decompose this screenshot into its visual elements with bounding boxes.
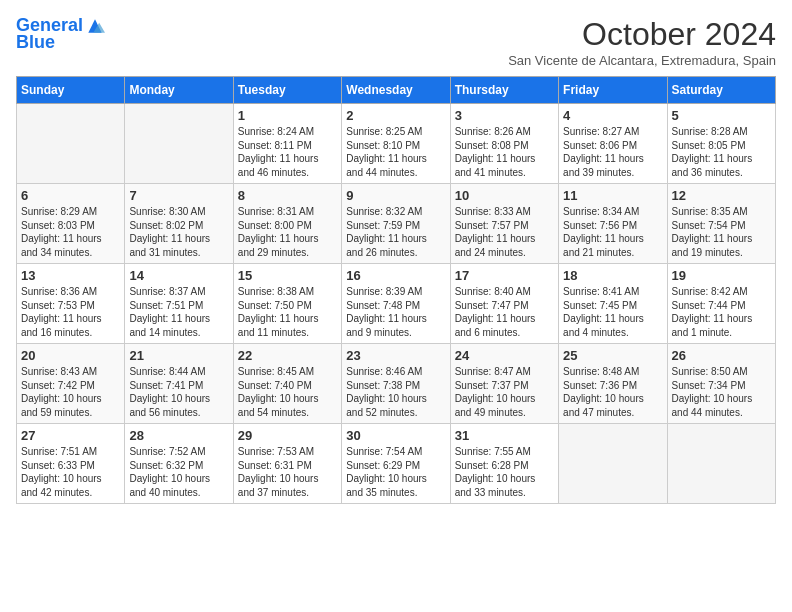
calendar-table: SundayMondayTuesdayWednesdayThursdayFrid…	[16, 76, 776, 504]
day-info: Sunrise: 8:47 AM Sunset: 7:37 PM Dayligh…	[455, 365, 554, 419]
calendar-cell: 16Sunrise: 8:39 AM Sunset: 7:48 PM Dayli…	[342, 264, 450, 344]
day-info: Sunrise: 8:26 AM Sunset: 8:08 PM Dayligh…	[455, 125, 554, 179]
calendar-cell: 5Sunrise: 8:28 AM Sunset: 8:05 PM Daylig…	[667, 104, 775, 184]
week-row-1: 1Sunrise: 8:24 AM Sunset: 8:11 PM Daylig…	[17, 104, 776, 184]
calendar-cell: 24Sunrise: 8:47 AM Sunset: 7:37 PM Dayli…	[450, 344, 558, 424]
weekday-header-thursday: Thursday	[450, 77, 558, 104]
day-number: 20	[21, 348, 120, 363]
day-info: Sunrise: 8:34 AM Sunset: 7:56 PM Dayligh…	[563, 205, 662, 259]
day-info: Sunrise: 8:35 AM Sunset: 7:54 PM Dayligh…	[672, 205, 771, 259]
week-row-2: 6Sunrise: 8:29 AM Sunset: 8:03 PM Daylig…	[17, 184, 776, 264]
calendar-cell: 23Sunrise: 8:46 AM Sunset: 7:38 PM Dayli…	[342, 344, 450, 424]
week-row-5: 27Sunrise: 7:51 AM Sunset: 6:33 PM Dayli…	[17, 424, 776, 504]
weekday-header-sunday: Sunday	[17, 77, 125, 104]
day-number: 22	[238, 348, 337, 363]
weekday-header-monday: Monday	[125, 77, 233, 104]
day-info: Sunrise: 7:54 AM Sunset: 6:29 PM Dayligh…	[346, 445, 445, 499]
day-number: 3	[455, 108, 554, 123]
calendar-cell: 27Sunrise: 7:51 AM Sunset: 6:33 PM Dayli…	[17, 424, 125, 504]
day-info: Sunrise: 8:41 AM Sunset: 7:45 PM Dayligh…	[563, 285, 662, 339]
day-number: 17	[455, 268, 554, 283]
calendar-cell: 3Sunrise: 8:26 AM Sunset: 8:08 PM Daylig…	[450, 104, 558, 184]
day-number: 13	[21, 268, 120, 283]
weekday-header-friday: Friday	[559, 77, 667, 104]
weekday-header-tuesday: Tuesday	[233, 77, 341, 104]
day-number: 8	[238, 188, 337, 203]
day-number: 25	[563, 348, 662, 363]
day-info: Sunrise: 8:24 AM Sunset: 8:11 PM Dayligh…	[238, 125, 337, 179]
calendar-cell	[559, 424, 667, 504]
day-info: Sunrise: 8:37 AM Sunset: 7:51 PM Dayligh…	[129, 285, 228, 339]
calendar-cell: 31Sunrise: 7:55 AM Sunset: 6:28 PM Dayli…	[450, 424, 558, 504]
day-number: 10	[455, 188, 554, 203]
calendar-cell: 26Sunrise: 8:50 AM Sunset: 7:34 PM Dayli…	[667, 344, 775, 424]
day-number: 6	[21, 188, 120, 203]
day-info: Sunrise: 8:48 AM Sunset: 7:36 PM Dayligh…	[563, 365, 662, 419]
day-info: Sunrise: 8:25 AM Sunset: 8:10 PM Dayligh…	[346, 125, 445, 179]
title-block: October 2024 San Vicente de Alcantara, E…	[508, 16, 776, 68]
day-number: 16	[346, 268, 445, 283]
calendar-cell	[17, 104, 125, 184]
day-info: Sunrise: 8:31 AM Sunset: 8:00 PM Dayligh…	[238, 205, 337, 259]
calendar-cell: 28Sunrise: 7:52 AM Sunset: 6:32 PM Dayli…	[125, 424, 233, 504]
calendar-cell	[667, 424, 775, 504]
day-number: 28	[129, 428, 228, 443]
weekday-header-row: SundayMondayTuesdayWednesdayThursdayFrid…	[17, 77, 776, 104]
day-number: 5	[672, 108, 771, 123]
logo: General Blue	[16, 16, 105, 53]
calendar-cell: 4Sunrise: 8:27 AM Sunset: 8:06 PM Daylig…	[559, 104, 667, 184]
calendar-cell: 2Sunrise: 8:25 AM Sunset: 8:10 PM Daylig…	[342, 104, 450, 184]
day-info: Sunrise: 8:40 AM Sunset: 7:47 PM Dayligh…	[455, 285, 554, 339]
calendar-cell: 8Sunrise: 8:31 AM Sunset: 8:00 PM Daylig…	[233, 184, 341, 264]
calendar-cell: 13Sunrise: 8:36 AM Sunset: 7:53 PM Dayli…	[17, 264, 125, 344]
day-number: 26	[672, 348, 771, 363]
day-info: Sunrise: 8:36 AM Sunset: 7:53 PM Dayligh…	[21, 285, 120, 339]
day-info: Sunrise: 7:52 AM Sunset: 6:32 PM Dayligh…	[129, 445, 228, 499]
calendar-cell: 20Sunrise: 8:43 AM Sunset: 7:42 PM Dayli…	[17, 344, 125, 424]
day-info: Sunrise: 8:33 AM Sunset: 7:57 PM Dayligh…	[455, 205, 554, 259]
day-number: 1	[238, 108, 337, 123]
day-info: Sunrise: 8:45 AM Sunset: 7:40 PM Dayligh…	[238, 365, 337, 419]
day-number: 2	[346, 108, 445, 123]
week-row-4: 20Sunrise: 8:43 AM Sunset: 7:42 PM Dayli…	[17, 344, 776, 424]
day-info: Sunrise: 8:50 AM Sunset: 7:34 PM Dayligh…	[672, 365, 771, 419]
day-info: Sunrise: 8:46 AM Sunset: 7:38 PM Dayligh…	[346, 365, 445, 419]
weekday-header-saturday: Saturday	[667, 77, 775, 104]
calendar-cell: 12Sunrise: 8:35 AM Sunset: 7:54 PM Dayli…	[667, 184, 775, 264]
calendar-cell	[125, 104, 233, 184]
day-number: 30	[346, 428, 445, 443]
calendar-cell: 17Sunrise: 8:40 AM Sunset: 7:47 PM Dayli…	[450, 264, 558, 344]
day-info: Sunrise: 8:42 AM Sunset: 7:44 PM Dayligh…	[672, 285, 771, 339]
logo-icon	[85, 16, 105, 36]
day-info: Sunrise: 7:51 AM Sunset: 6:33 PM Dayligh…	[21, 445, 120, 499]
day-number: 31	[455, 428, 554, 443]
day-info: Sunrise: 8:30 AM Sunset: 8:02 PM Dayligh…	[129, 205, 228, 259]
day-number: 4	[563, 108, 662, 123]
calendar-cell: 19Sunrise: 8:42 AM Sunset: 7:44 PM Dayli…	[667, 264, 775, 344]
month-title: October 2024	[508, 16, 776, 53]
day-info: Sunrise: 8:38 AM Sunset: 7:50 PM Dayligh…	[238, 285, 337, 339]
day-number: 7	[129, 188, 228, 203]
day-number: 14	[129, 268, 228, 283]
page-header: General Blue October 2024 San Vicente de…	[16, 16, 776, 68]
calendar-cell: 15Sunrise: 8:38 AM Sunset: 7:50 PM Dayli…	[233, 264, 341, 344]
calendar-cell: 22Sunrise: 8:45 AM Sunset: 7:40 PM Dayli…	[233, 344, 341, 424]
day-info: Sunrise: 8:44 AM Sunset: 7:41 PM Dayligh…	[129, 365, 228, 419]
day-number: 12	[672, 188, 771, 203]
day-number: 19	[672, 268, 771, 283]
calendar-cell: 30Sunrise: 7:54 AM Sunset: 6:29 PM Dayli…	[342, 424, 450, 504]
day-number: 27	[21, 428, 120, 443]
calendar-cell: 25Sunrise: 8:48 AM Sunset: 7:36 PM Dayli…	[559, 344, 667, 424]
day-number: 21	[129, 348, 228, 363]
week-row-3: 13Sunrise: 8:36 AM Sunset: 7:53 PM Dayli…	[17, 264, 776, 344]
day-info: Sunrise: 8:27 AM Sunset: 8:06 PM Dayligh…	[563, 125, 662, 179]
day-info: Sunrise: 8:39 AM Sunset: 7:48 PM Dayligh…	[346, 285, 445, 339]
calendar-cell: 14Sunrise: 8:37 AM Sunset: 7:51 PM Dayli…	[125, 264, 233, 344]
calendar-cell: 1Sunrise: 8:24 AM Sunset: 8:11 PM Daylig…	[233, 104, 341, 184]
day-number: 9	[346, 188, 445, 203]
calendar-cell: 10Sunrise: 8:33 AM Sunset: 7:57 PM Dayli…	[450, 184, 558, 264]
calendar-cell: 11Sunrise: 8:34 AM Sunset: 7:56 PM Dayli…	[559, 184, 667, 264]
day-info: Sunrise: 8:32 AM Sunset: 7:59 PM Dayligh…	[346, 205, 445, 259]
calendar-cell: 18Sunrise: 8:41 AM Sunset: 7:45 PM Dayli…	[559, 264, 667, 344]
day-info: Sunrise: 8:28 AM Sunset: 8:05 PM Dayligh…	[672, 125, 771, 179]
